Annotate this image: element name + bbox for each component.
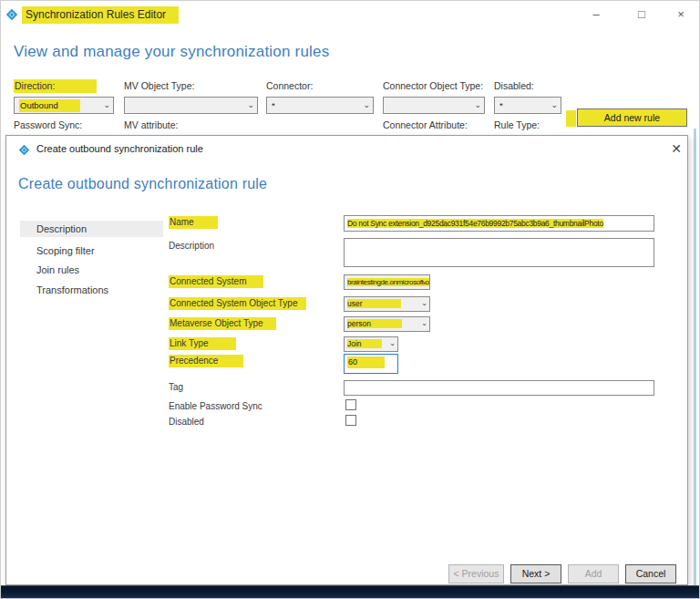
chevron-down-icon: ⌄ [421,316,427,330]
chevron-down-icon: ⌄ [363,98,370,112]
maximize-icon[interactable]: □ [628,4,655,26]
previous-button[interactable]: < Previous [448,564,504,584]
connector-object-type-select[interactable]: ⌄ [383,97,485,114]
dialog-title: Create outbound synchronization rule [36,143,203,154]
chevron-down-icon: ⌄ [474,98,481,112]
mv-object-type-label: MV Object Type: [124,80,194,91]
link-type-select[interactable]: Join ⌄ [344,336,398,352]
mv-attribute-label: MV attribute: [124,119,179,130]
page-title: View and manage your synchronization rul… [14,43,329,61]
disabled-select[interactable]: * ⌄ [494,97,561,114]
disabled-checkbox-label: Disabled [169,417,204,427]
sync-app-icon [18,144,30,156]
connector-select[interactable]: * ⌄ [266,97,374,114]
connected-system-select[interactable]: braintestingde.onmicrosoft.com ⌄ [344,274,430,290]
connector-attribute-label: Connector Attribute: [383,119,468,130]
mv-object-type-select[interactable]: ⌄ [124,97,258,114]
close-icon[interactable]: × [667,4,695,26]
create-rule-dialog: Create outbound synchronization rule ✕ C… [5,135,688,585]
chevron-down-icon: ⌄ [389,336,396,350]
minimize-icon[interactable]: – [582,4,610,26]
enable-password-sync-label: Enable Password Sync [169,401,262,411]
sync-app-icon [5,8,18,21]
nav-item-description[interactable]: Description [20,221,163,237]
direction-label: Direction: [14,80,97,91]
chevron-down-icon: ⌄ [247,98,254,112]
nav-item-transformations[interactable]: Transformations [20,282,163,298]
add-new-rule-button[interactable]: Add new rule [577,108,687,127]
add-button[interactable]: Add [568,564,619,584]
next-button[interactable]: Next > [510,564,561,584]
direction-select[interactable]: Outbound ⌄ [14,97,114,114]
precedence-label: Precedence [169,356,243,366]
connected-system-object-type-select[interactable]: user ⌄ [344,296,430,312]
chevron-down-icon: ⌄ [103,98,110,112]
titlebar: Synchronization Rules Editor – □ × [1,1,699,28]
disabled-checkbox[interactable] [345,415,356,426]
disabled-label: Disabled: [494,80,534,91]
description-textarea[interactable] [344,238,654,267]
connector-label: Connector: [266,80,313,91]
metaverse-object-type-select[interactable]: person ⌄ [344,316,430,332]
password-sync-label: Password Sync: [14,119,82,130]
tag-label: Tag [169,382,183,392]
cancel-button[interactable]: Cancel [625,564,676,584]
window-title: Synchronization Rules Editor [22,6,179,24]
tag-input[interactable] [344,380,654,396]
chevron-down-icon: ⌄ [421,296,427,310]
highlight-marker [566,110,576,127]
connector-object-type-label: Connector Object Type: [383,80,483,91]
dialog-close-icon[interactable]: ✕ [665,139,687,159]
window-bottom-bar [1,585,700,599]
rule-type-label: Rule Type: [494,119,540,130]
name-label: Name [169,217,218,227]
nav-item-join-rules[interactable]: Join rules [20,262,163,278]
connected-system-label: Connected System [169,276,263,286]
metaverse-object-type-label: Metaverse Object Type [169,318,276,328]
nav-item-scoping-filter[interactable]: Scoping filter [20,243,163,259]
connected-system-object-type-label: Connected System Object Type [169,298,306,308]
precedence-input[interactable]: 60 [344,354,398,374]
sync-rules-editor-window: Synchronization Rules Editor – □ × View … [0,0,700,599]
dialog-heading: Create outbound synchronization rule [18,176,267,192]
enable-password-sync-checkbox[interactable] [345,399,356,410]
name-input[interactable]: Do not Sync extension_d925dac931f54e76b9… [344,215,654,232]
window-edge-accent [694,129,696,585]
description-label: Description [169,241,214,251]
chevron-down-icon: ⌄ [551,98,558,112]
chevron-down-icon: ⌄ [421,274,427,288]
link-type-label: Link Type [169,338,236,348]
